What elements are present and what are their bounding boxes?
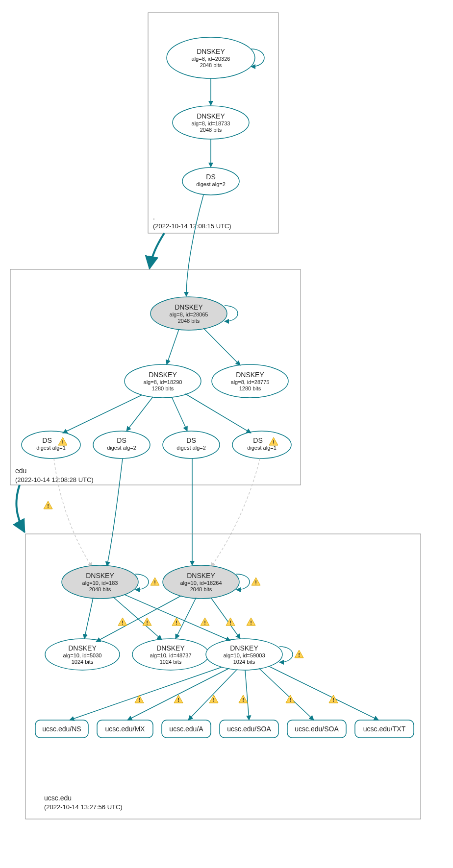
edge-rootds-eduksk [186, 195, 203, 296]
svg-text:DNSKEY: DNSKEY [86, 572, 114, 579]
warning-icon [286, 695, 295, 703]
svg-text:2048 bits: 2048 bits [89, 586, 111, 592]
svg-text:alg=8, id=18290: alg=8, id=18290 [144, 379, 182, 385]
zone-time-edu: (2022-10-14 12:08:28 UTC) [15, 476, 94, 483]
svg-text:DNSKEY: DNSKEY [236, 371, 264, 379]
svg-text:digest alg=1: digest alg=1 [247, 445, 277, 451]
edge-ksk2-zsk1 [96, 596, 181, 642]
node-root-ds[interactable]: DS digest alg=2 [182, 168, 239, 195]
rr-txt[interactable]: ucsc.edu/TXT [355, 720, 414, 738]
edge-zsk3-mx [127, 668, 229, 720]
node-edu-zsk1[interactable]: DNSKEY alg=8, id=18290 1280 bits [125, 364, 201, 398]
node-edu-ds1[interactable]: DS digest alg=1 [22, 431, 80, 458]
edge-eduzsk1-ds1 [63, 395, 142, 433]
node-ucsc-ksk1[interactable]: DNSKEY alg=10, id=183 2048 bits [62, 565, 138, 599]
node-ucsc-zsk2[interactable]: DNSKEY alg=10, id=48737 1024 bits [132, 639, 209, 670]
warning-icon [252, 578, 260, 585]
zone-root: . (2022-10-14 12:08:15 UTC) DNSKEY alg=8… [148, 13, 278, 233]
warning-icon [174, 695, 183, 703]
svg-text:DNSKEY: DNSKEY [156, 644, 185, 652]
svg-text:ucsc.edu/NS: ucsc.edu/NS [42, 725, 81, 733]
svg-text:DNSKEY: DNSKEY [197, 112, 225, 120]
svg-text:1280 bits: 1280 bits [239, 386, 261, 391]
warning-icon [295, 650, 303, 658]
rr-soa2[interactable]: ucsc.edu/SOA [287, 720, 346, 738]
edge-zsk3-soa1 [245, 670, 249, 720]
svg-text:ucsc.edu/MX: ucsc.edu/MX [105, 725, 146, 733]
warning-icon [143, 618, 151, 626]
svg-text:DS: DS [206, 173, 215, 181]
svg-text:DNSKEY: DNSKEY [149, 371, 177, 379]
svg-text:DNSKEY: DNSKEY [175, 303, 203, 311]
svg-text:DNSKEY: DNSKEY [68, 644, 97, 652]
node-edu-ds3[interactable]: DS digest alg=2 [163, 431, 220, 458]
edge-eduzsk1-ds3 [172, 397, 187, 431]
svg-text:ucsc.edu/SOA: ucsc.edu/SOA [227, 725, 271, 733]
svg-text:1024 bits: 1024 bits [233, 659, 255, 665]
warning-icon [247, 618, 255, 626]
svg-text:alg=8, id=28775: alg=8, id=28775 [231, 379, 270, 385]
node-ucsc-ksk2[interactable]: DNSKEY alg=10, id=18264 2048 bits [163, 565, 239, 599]
node-edu-ds2[interactable]: DS digest alg=2 [93, 431, 150, 458]
svg-text:2048 bits: 2048 bits [190, 586, 212, 592]
node-root-zsk[interactable]: DNSKEY alg=8, id=18733 2048 bits [173, 106, 249, 139]
svg-text:DNSKEY: DNSKEY [187, 572, 215, 579]
svg-text:digest alg=2: digest alg=2 [196, 181, 226, 187]
warning-icon [239, 695, 248, 703]
zone-time-root: (2022-10-14 12:08:15 UTC) [153, 222, 231, 230]
svg-text:digest alg=2: digest alg=2 [107, 445, 136, 451]
edge-eduksk-eduzsk2 [203, 328, 240, 365]
rr-a[interactable]: ucsc.edu/A [162, 720, 211, 738]
node-edu-ds4[interactable]: DS digest alg=1 [232, 431, 291, 458]
edge-zsk3-ns [70, 667, 222, 720]
dnssec-chain-diagram: ! . (2022-10-14 12:08:15 UTC) DNSKEY alg… [0, 0, 453, 868]
zone-label-ucsc: ucsc.edu [44, 794, 72, 802]
svg-text:alg=8, id=28065: alg=8, id=28065 [170, 312, 208, 317]
zone-edu: edu (2022-10-14 12:08:28 UTC) DNSKEY alg… [10, 269, 301, 485]
node-ucsc-zsk1[interactable]: DNSKEY alg=10, id=5030 1024 bits [45, 639, 120, 670]
rr-ns[interactable]: ucsc.edu/NS [35, 720, 88, 738]
warning-icon [44, 501, 52, 509]
edge-zsk3-soa2 [259, 668, 314, 720]
svg-text:DNSKEY: DNSKEY [230, 644, 258, 652]
warning-icon [118, 618, 127, 626]
svg-text:DS: DS [186, 436, 196, 444]
node-edu-ksk[interactable]: DNSKEY alg=8, id=28065 2048 bits [151, 297, 227, 330]
edge-eduzsk1-ds2 [126, 397, 153, 431]
warning-icon [151, 578, 159, 585]
svg-text:alg=10, id=48737: alg=10, id=48737 [150, 652, 191, 658]
svg-text:alg=10, id=183: alg=10, id=183 [82, 580, 118, 586]
node-root-ksk[interactable]: DNSKEY alg=8, id=20326 2048 bits [167, 37, 255, 78]
svg-text:ucsc.edu/A: ucsc.edu/A [169, 725, 203, 733]
svg-text:alg=10, id=5030: alg=10, id=5030 [63, 652, 102, 658]
svg-text:2048 bits: 2048 bits [178, 318, 200, 324]
svg-text:digest alg=1: digest alg=1 [36, 445, 66, 451]
svg-text:1024 bits: 1024 bits [160, 659, 182, 665]
node-ucsc-zsk3[interactable]: DNSKEY alg=10, id=59003 1024 bits [206, 639, 282, 670]
svg-text:DNSKEY: DNSKEY [197, 48, 225, 55]
svg-text:alg=10, id=18264: alg=10, id=18264 [180, 580, 222, 586]
warning-icon [201, 618, 209, 626]
edge-ds1-ucscksk1 [54, 458, 92, 567]
rr-soa1[interactable]: ucsc.edu/SOA [220, 720, 278, 738]
warning-icon [226, 618, 235, 626]
svg-text:DS: DS [117, 436, 126, 444]
zone-label-root: . [153, 213, 155, 221]
svg-text:2048 bits: 2048 bits [200, 127, 222, 133]
svg-text:alg=8, id=18733: alg=8, id=18733 [192, 121, 230, 126]
zone-label-edu: edu [15, 467, 26, 475]
svg-text:DS: DS [253, 436, 262, 444]
svg-text:1280 bits: 1280 bits [152, 386, 174, 391]
svg-text:2048 bits: 2048 bits [200, 62, 222, 68]
zone-ucsc: ucsc.edu (2022-10-14 13:27:56 UTC) DNSKE… [25, 534, 421, 819]
rr-mx[interactable]: ucsc.edu/MX [97, 720, 153, 738]
svg-text:DS: DS [42, 436, 51, 444]
edge-deleg-root-edu [150, 233, 164, 268]
edge-eduzsk1-ds4 [185, 394, 251, 433]
edge-ds4-ucscksk2 [211, 458, 260, 567]
zone-time-ucsc: (2022-10-14 13:27:56 UTC) [44, 803, 123, 811]
edge-ds2-ucscksk1 [107, 458, 123, 566]
svg-text:digest alg=2: digest alg=2 [176, 445, 206, 451]
node-edu-zsk2[interactable]: DNSKEY alg=8, id=28775 1280 bits [212, 364, 288, 398]
edge-eduksk-eduzsk1 [167, 329, 179, 364]
